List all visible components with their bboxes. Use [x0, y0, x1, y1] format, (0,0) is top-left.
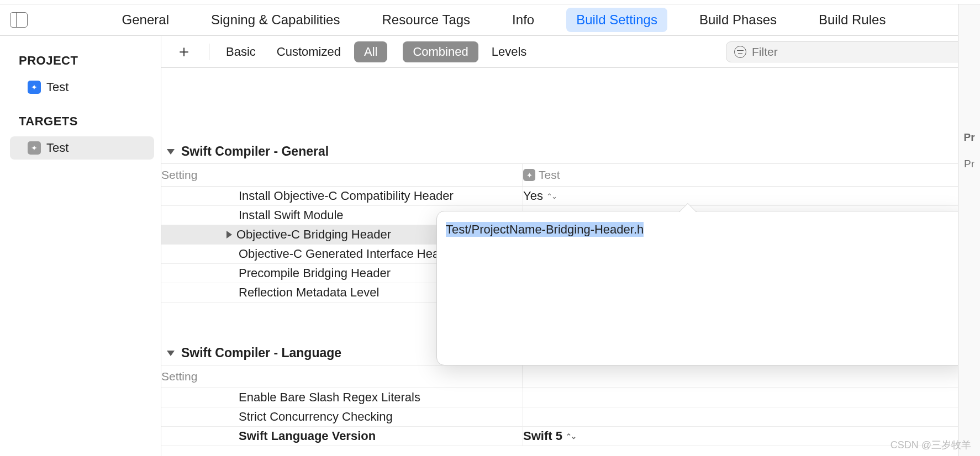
- setting-row-enable-bare-slash-regex[interactable]: Enable Bare Slash Regex Literals: [161, 388, 980, 407]
- watermark: CSDN @三岁牧羊: [891, 438, 971, 452]
- setting-label: Enable Bare Slash Regex Literals: [161, 388, 523, 407]
- divider: [209, 44, 209, 60]
- editor-tabs: General Signing & Capabilities Resource …: [28, 8, 980, 32]
- window-top-border: [0, 0, 980, 4]
- app-icon: ✦: [523, 169, 535, 181]
- setting-value[interactable]: [523, 407, 980, 426]
- left-panel-toggle-icon[interactable]: [10, 12, 28, 28]
- spacer: [161, 68, 980, 140]
- filter-field[interactable]: [726, 41, 973, 62]
- setting-label: Install Objective-C Compatibility Header: [161, 187, 523, 205]
- filter-icon: [734, 46, 746, 58]
- stepper-icon: ⌃⌄: [546, 192, 556, 200]
- sidebar-item-label: Test: [46, 141, 69, 155]
- label-text: Objective-C Bridging Header: [236, 227, 391, 242]
- sidebar-item-target-test[interactable]: ✦ Test: [10, 136, 154, 160]
- value-editor-popover[interactable]: Test/ProjectName-Bridging-Header.h: [436, 211, 967, 365]
- tab-build-phases[interactable]: Build Phases: [689, 8, 787, 32]
- setting-value[interactable]: Yes ⌃⌄: [523, 187, 980, 205]
- rightstrip-label: Pr: [964, 158, 974, 170]
- tab-build-rules[interactable]: Build Rules: [809, 8, 895, 32]
- column-header-spacer: [523, 365, 980, 388]
- sidebar-item-label: Test: [46, 80, 69, 94]
- view-levels[interactable]: Levels: [484, 41, 535, 62]
- filter-input[interactable]: [752, 45, 965, 59]
- chevron-down-icon: [167, 351, 175, 356]
- setting-row-swift-language-version[interactable]: Swift Language Version Swift 5 ⌃⌄: [161, 427, 980, 446]
- add-button[interactable]: ＋: [168, 40, 200, 63]
- app-icon: ✦: [28, 141, 41, 155]
- tab-resource-tags[interactable]: Resource Tags: [372, 8, 480, 32]
- setting-row-install-objc-compat-header[interactable]: Install Objective-C Compatibility Header…: [161, 187, 980, 206]
- tab-build-settings[interactable]: Build Settings: [566, 8, 667, 32]
- column-header-target-label: Test: [539, 168, 560, 182]
- view-combined[interactable]: Combined: [403, 41, 478, 62]
- editor-tabbar: General Signing & Capabilities Resource …: [0, 4, 980, 36]
- column-header-row: Setting ✦ Test: [161, 163, 980, 187]
- tab-info[interactable]: Info: [502, 8, 544, 32]
- sidebar-heading-project: PROJECT: [0, 54, 161, 76]
- setting-label: Strict Concurrency Checking: [161, 407, 523, 426]
- chevron-down-icon: [167, 149, 175, 155]
- setting-row-strict-concurrency-checking[interactable]: Strict Concurrency Checking: [161, 407, 980, 427]
- popover-arrow: [679, 204, 697, 213]
- value-text: Swift 5: [523, 429, 562, 443]
- popover-text-input[interactable]: Test/ProjectName-Bridging-Header.h: [446, 222, 644, 237]
- scope-all[interactable]: All: [354, 41, 387, 62]
- settings-toolbar: ＋ Basic Customized All Combined Levels: [161, 36, 980, 68]
- stepper-icon: ⌃⌄: [566, 432, 576, 441]
- section-title-label: Swift Compiler - General: [181, 144, 329, 159]
- sidebar-item-project-test[interactable]: ✦ Test: [10, 76, 154, 99]
- setting-value[interactable]: [523, 388, 980, 407]
- rightstrip-label: Pr: [963, 131, 974, 144]
- scope-customized[interactable]: Customized: [269, 41, 349, 62]
- scope-basic[interactable]: Basic: [218, 41, 264, 62]
- value-text: Yes: [523, 189, 543, 203]
- app-icon: ✦: [28, 81, 41, 94]
- sidebar-heading-targets: TARGETS: [0, 114, 161, 136]
- chevron-right-icon: [226, 231, 232, 238]
- section-title-label: Swift Compiler - Language: [181, 346, 341, 360]
- column-header-setting: Setting: [161, 365, 523, 388]
- right-inspector-strip[interactable]: Pr Pr: [958, 4, 980, 456]
- column-header-row: Setting: [161, 365, 980, 388]
- column-header-target: ✦ Test: [523, 164, 980, 186]
- column-header-setting: Setting: [161, 164, 523, 186]
- tab-general[interactable]: General: [112, 8, 179, 32]
- setting-label: Swift Language Version: [161, 427, 523, 446]
- section-swift-compiler-general[interactable]: Swift Compiler - General: [161, 140, 980, 163]
- tab-signing-capabilities[interactable]: Signing & Capabilities: [201, 8, 350, 32]
- project-sidebar: PROJECT ✦ Test TARGETS ✦ Test: [0, 36, 161, 456]
